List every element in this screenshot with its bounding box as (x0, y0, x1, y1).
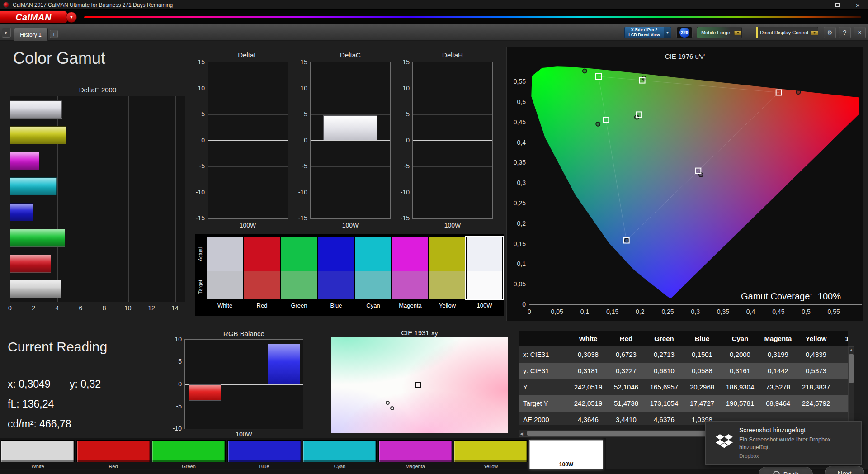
table-cell: 0,0588 (683, 363, 721, 379)
patch-100w[interactable]: 100W (529, 440, 603, 469)
exit-workflow-button[interactable]: × (854, 27, 866, 38)
table-cell: 0,6723 (607, 346, 645, 363)
cie1976-ytick-label: 0,45 (508, 118, 526, 126)
maximize-button[interactable] (827, 0, 848, 10)
dropbox-icon (716, 434, 733, 449)
add-tab-button[interactable]: + (50, 30, 58, 38)
patch-label: Blue (227, 464, 301, 469)
row-label: Target Y (519, 395, 569, 412)
patch-white[interactable]: White (1, 440, 75, 469)
patch-yellow[interactable]: Yellow (454, 440, 528, 469)
deltae-xtick-label: 6 (74, 304, 87, 312)
reading-y-value: 0,32 (80, 378, 101, 390)
column-header: Blue (683, 331, 721, 346)
table-cell: 0,3181 (569, 363, 607, 379)
reading-x-label: x: (8, 378, 16, 390)
target-color (392, 271, 428, 299)
chart-title-cie1931: CIE 1931 xy (331, 329, 508, 337)
logo-dropdown-button[interactable]: ▼ (66, 12, 77, 23)
compare-swatch-white (207, 237, 243, 299)
gamut-coverage-value: 100% (818, 291, 841, 301)
table-cell: 173,1054 (645, 395, 683, 412)
cie-actual-blue (625, 238, 629, 242)
deltae-bar-green (10, 229, 65, 247)
titlebar: CalMAN 2017 CalMAN Ultimate for Business… (0, 0, 868, 10)
zero-axis (413, 140, 492, 141)
reading-cd-value: 466,78 (39, 418, 71, 430)
table-cell: 73,5278 (759, 379, 797, 395)
toast-title: Screenshot hinzugefügt (739, 427, 806, 434)
source-selector[interactable]: Mobile Forge ▼ (697, 27, 742, 38)
patch-label: Yellow (454, 464, 528, 469)
deltae-xtick-label: 4 (50, 304, 64, 312)
target-color (244, 271, 280, 299)
target-color (207, 271, 243, 299)
rgb-bar-red (189, 384, 221, 401)
table-row: Target Y242,051951,4738173,105417,472719… (519, 395, 848, 412)
patch-red[interactable]: Red (76, 440, 150, 469)
close-icon: × (858, 29, 861, 36)
patch-cyan[interactable]: Cyan (303, 440, 377, 469)
cie1976-x-axis (529, 304, 862, 305)
next-button[interactable]: Next (825, 466, 864, 474)
settings-button[interactable]: ⚙ (824, 27, 836, 38)
workflow-selector[interactable]: Direct Display Control ▼ (756, 27, 818, 38)
target-color (467, 271, 502, 299)
deltae-xtick-label: 8 (98, 304, 111, 312)
source-dropdown[interactable]: ▼ (734, 31, 741, 35)
close-window-button[interactable]: × (848, 0, 868, 10)
chevron-down-icon: ▼ (813, 31, 816, 35)
ytick-label: 0 (289, 137, 307, 144)
table-cell: 0,6810 (645, 363, 683, 379)
cie1976-xtick-label: 0,4 (742, 308, 760, 315)
compare-swatch-yellow (429, 237, 465, 299)
table-cell: 0,5373 (797, 363, 835, 379)
gamut-coverage-label: Gamut Coverage: (741, 291, 812, 301)
chevron-down-icon: ▼ (70, 15, 74, 19)
badge-count: 229 (679, 28, 689, 38)
target-color (281, 271, 317, 299)
calman-logo[interactable]: CalMAN (0, 11, 67, 23)
meter-dropdown[interactable]: ▼ (664, 27, 671, 38)
delta-bar-deltac (323, 115, 377, 140)
plot-deltac (310, 62, 391, 219)
ytick-label: 5 (187, 110, 205, 118)
ytick-label: -15 (392, 214, 410, 222)
vertical-scroll-thumb[interactable] (849, 354, 854, 383)
panel-expander-button[interactable]: ▶ (2, 28, 11, 38)
gridline (311, 89, 390, 89)
minimize-icon (815, 5, 820, 5)
cie1976-ytick-label: 0,5 (508, 98, 526, 105)
compare-label: Yellow (429, 302, 465, 309)
back-button[interactable]: Back (759, 467, 813, 474)
table-cell: 190,5781 (721, 395, 759, 412)
patch-blue[interactable]: Blue (227, 440, 301, 469)
patch-label: White (1, 464, 75, 469)
tab-history[interactable]: History 1 (14, 28, 48, 41)
toast-body-line1: Ein Screenshot wurde Ihrer Dropbox (739, 436, 830, 443)
table-cell: 466 (835, 395, 848, 412)
scroll-up-icon[interactable]: ▲ (849, 348, 854, 352)
cie1931-actual-marker (386, 401, 390, 405)
actual-color (392, 237, 428, 271)
patch-magenta[interactable]: Magenta (378, 440, 452, 469)
minimize-button[interactable] (807, 0, 827, 10)
reading-fl-label: fL: (8, 398, 19, 410)
expander-icon: ▶ (5, 30, 8, 35)
table-cell: 224,5792 (797, 395, 835, 412)
help-button[interactable]: ? (839, 27, 851, 38)
toolbar: ▶ History 1 + X-Rite i1Pro 2 LCD Direct … (0, 24, 868, 41)
scroll-left-icon[interactable]: ◀ (520, 431, 523, 436)
deltae-gridline (175, 96, 176, 302)
gridline (185, 407, 303, 407)
patch-green[interactable]: Green (152, 440, 226, 469)
dropbox-notification[interactable]: Screenshot hinzugefügt Ein Screenshot wu… (705, 421, 862, 465)
compare-label: Red (244, 302, 280, 309)
meter-selector[interactable]: X-Rite i1Pro 2 LCD Direct View ▼ (624, 27, 671, 38)
target-color (429, 271, 465, 299)
ytick-label: 15 (187, 58, 205, 66)
table-vertical-scrollbar[interactable]: ▲ ▼ (848, 346, 854, 430)
workflow-dropdown[interactable]: ▼ (811, 31, 818, 35)
deltae-xtick-label: 2 (27, 304, 40, 312)
cie-actual-green (583, 69, 587, 73)
